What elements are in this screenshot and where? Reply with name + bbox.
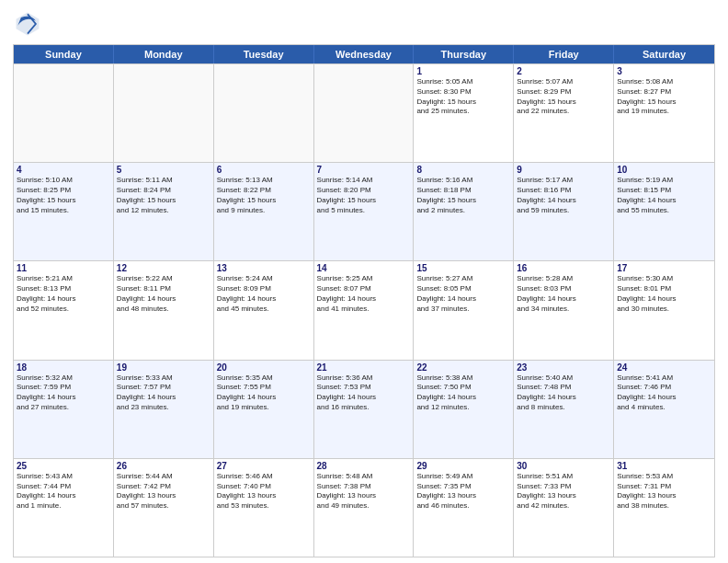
day-info: Sunrise: 5:17 AM Sunset: 8:16 PM Dayligh…	[517, 176, 610, 215]
day-info: Sunrise: 5:30 AM Sunset: 8:01 PM Dayligh…	[617, 274, 711, 314]
day-number: 11	[17, 263, 110, 273]
day-info: Sunrise: 5:36 AM Sunset: 7:53 PM Dayligh…	[317, 373, 411, 413]
day-info: Sunrise: 5:19 AM Sunset: 8:15 PM Dayligh…	[617, 176, 711, 215]
day-number: 24	[617, 362, 711, 373]
empty-cell	[314, 64, 415, 162]
day-number: 28	[317, 461, 411, 471]
day-info: Sunrise: 5:08 AM Sunset: 8:27 PM Dayligh…	[617, 77, 711, 117]
day-number: 19	[117, 362, 210, 373]
day-number: 4	[17, 165, 110, 175]
day-info: Sunrise: 5:38 AM Sunset: 7:50 PM Dayligh…	[416, 373, 510, 413]
day-info: Sunrise: 5:11 AM Sunset: 8:24 PM Dayligh…	[117, 176, 210, 215]
day-cell-24: 24Sunrise: 5:41 AM Sunset: 7:46 PM Dayli…	[614, 361, 714, 458]
day-cell-26: 26Sunrise: 5:44 AM Sunset: 7:42 PM Dayli…	[114, 459, 214, 557]
day-number: 10	[617, 165, 711, 175]
day-cell-1: 1Sunrise: 5:05 AM Sunset: 8:30 PM Daylig…	[414, 64, 514, 162]
day-cell-4: 4Sunrise: 5:10 AM Sunset: 8:25 PM Daylig…	[14, 163, 114, 260]
day-cell-16: 16Sunrise: 5:28 AM Sunset: 8:03 PM Dayli…	[514, 261, 614, 359]
day-info: Sunrise: 5:22 AM Sunset: 8:11 PM Dayligh…	[117, 274, 210, 314]
day-number: 13	[217, 263, 311, 273]
day-number: 15	[416, 263, 510, 273]
day-info: Sunrise: 5:33 AM Sunset: 7:57 PM Dayligh…	[117, 373, 210, 413]
empty-cell	[214, 64, 314, 162]
weekday-header-saturday: Saturday	[614, 45, 714, 63]
weekday-header-thursday: Thursday	[414, 45, 514, 63]
page: SundayMondayTuesdayWednesdayThursdayFrid…	[0, 0, 728, 563]
day-number: 5	[117, 165, 210, 175]
day-cell-12: 12Sunrise: 5:22 AM Sunset: 8:11 PM Dayli…	[114, 261, 214, 359]
day-info: Sunrise: 5:35 AM Sunset: 7:55 PM Dayligh…	[217, 373, 311, 413]
day-cell-7: 7Sunrise: 5:14 AM Sunset: 8:20 PM Daylig…	[314, 163, 415, 260]
day-info: Sunrise: 5:48 AM Sunset: 7:38 PM Dayligh…	[317, 472, 411, 511]
day-cell-3: 3Sunrise: 5:08 AM Sunset: 8:27 PM Daylig…	[614, 64, 714, 162]
day-number: 8	[416, 165, 510, 175]
calendar-row-4: 25Sunrise: 5:43 AM Sunset: 7:44 PM Dayli…	[14, 458, 714, 557]
day-info: Sunrise: 5:51 AM Sunset: 7:33 PM Dayligh…	[517, 472, 610, 511]
day-cell-2: 2Sunrise: 5:07 AM Sunset: 8:29 PM Daylig…	[514, 64, 614, 162]
day-info: Sunrise: 5:46 AM Sunset: 7:40 PM Dayligh…	[217, 472, 311, 511]
day-number: 29	[416, 461, 510, 471]
calendar-body: 1Sunrise: 5:05 AM Sunset: 8:30 PM Daylig…	[14, 63, 714, 557]
day-cell-21: 21Sunrise: 5:36 AM Sunset: 7:53 PM Dayli…	[314, 361, 415, 458]
day-number: 18	[17, 362, 110, 373]
day-cell-9: 9Sunrise: 5:17 AM Sunset: 8:16 PM Daylig…	[514, 163, 614, 260]
weekday-header-sunday: Sunday	[14, 45, 114, 63]
day-number: 7	[317, 165, 411, 175]
day-number: 6	[217, 165, 311, 175]
day-number: 26	[117, 461, 210, 471]
day-info: Sunrise: 5:16 AM Sunset: 8:18 PM Dayligh…	[416, 176, 510, 215]
day-cell-8: 8Sunrise: 5:16 AM Sunset: 8:18 PM Daylig…	[414, 163, 514, 260]
day-number: 1	[416, 66, 510, 76]
day-cell-20: 20Sunrise: 5:35 AM Sunset: 7:55 PM Dayli…	[214, 361, 314, 458]
day-info: Sunrise: 5:05 AM Sunset: 8:30 PM Dayligh…	[416, 77, 510, 117]
day-info: Sunrise: 5:44 AM Sunset: 7:42 PM Dayligh…	[117, 472, 210, 511]
day-number: 16	[517, 263, 610, 273]
calendar: SundayMondayTuesdayWednesdayThursdayFrid…	[13, 44, 715, 557]
day-number: 2	[517, 66, 610, 76]
day-info: Sunrise: 5:21 AM Sunset: 8:13 PM Dayligh…	[17, 274, 110, 314]
day-info: Sunrise: 5:13 AM Sunset: 8:22 PM Dayligh…	[217, 176, 311, 215]
weekday-header-friday: Friday	[514, 45, 614, 63]
day-cell-30: 30Sunrise: 5:51 AM Sunset: 7:33 PM Dayli…	[514, 459, 614, 557]
day-cell-27: 27Sunrise: 5:46 AM Sunset: 7:40 PM Dayli…	[214, 459, 314, 557]
weekday-header-wednesday: Wednesday	[314, 45, 415, 63]
day-cell-25: 25Sunrise: 5:43 AM Sunset: 7:44 PM Dayli…	[14, 459, 114, 557]
day-number: 23	[517, 362, 610, 373]
day-cell-17: 17Sunrise: 5:30 AM Sunset: 8:01 PM Dayli…	[614, 261, 714, 359]
day-info: Sunrise: 5:49 AM Sunset: 7:35 PM Dayligh…	[416, 472, 510, 511]
day-info: Sunrise: 5:07 AM Sunset: 8:29 PM Dayligh…	[517, 77, 610, 117]
day-info: Sunrise: 5:28 AM Sunset: 8:03 PM Dayligh…	[517, 274, 610, 314]
day-info: Sunrise: 5:10 AM Sunset: 8:25 PM Dayligh…	[17, 176, 110, 215]
day-cell-5: 5Sunrise: 5:11 AM Sunset: 8:24 PM Daylig…	[114, 163, 214, 260]
calendar-row-2: 11Sunrise: 5:21 AM Sunset: 8:13 PM Dayli…	[14, 260, 714, 359]
day-number: 31	[617, 461, 711, 471]
day-info: Sunrise: 5:25 AM Sunset: 8:07 PM Dayligh…	[317, 274, 411, 314]
day-cell-6: 6Sunrise: 5:13 AM Sunset: 8:22 PM Daylig…	[214, 163, 314, 260]
weekday-header-monday: Monday	[114, 45, 214, 63]
day-number: 17	[617, 263, 711, 273]
day-info: Sunrise: 5:43 AM Sunset: 7:44 PM Dayligh…	[17, 472, 110, 511]
day-number: 30	[517, 461, 610, 471]
day-number: 14	[317, 263, 411, 273]
day-cell-19: 19Sunrise: 5:33 AM Sunset: 7:57 PM Dayli…	[114, 361, 214, 458]
day-number: 3	[617, 66, 711, 76]
day-cell-23: 23Sunrise: 5:40 AM Sunset: 7:48 PM Dayli…	[514, 361, 614, 458]
day-info: Sunrise: 5:40 AM Sunset: 7:48 PM Dayligh…	[517, 373, 610, 413]
day-cell-18: 18Sunrise: 5:32 AM Sunset: 7:59 PM Dayli…	[14, 361, 114, 458]
day-number: 20	[217, 362, 311, 373]
day-cell-15: 15Sunrise: 5:27 AM Sunset: 8:05 PM Dayli…	[414, 261, 514, 359]
day-cell-31: 31Sunrise: 5:53 AM Sunset: 7:31 PM Dayli…	[614, 459, 714, 557]
day-cell-14: 14Sunrise: 5:25 AM Sunset: 8:07 PM Dayli…	[314, 261, 415, 359]
day-cell-10: 10Sunrise: 5:19 AM Sunset: 8:15 PM Dayli…	[614, 163, 714, 260]
day-info: Sunrise: 5:41 AM Sunset: 7:46 PM Dayligh…	[617, 373, 711, 413]
day-info: Sunrise: 5:32 AM Sunset: 7:59 PM Dayligh…	[17, 373, 110, 413]
calendar-row-0: 1Sunrise: 5:05 AM Sunset: 8:30 PM Daylig…	[14, 63, 714, 162]
day-cell-13: 13Sunrise: 5:24 AM Sunset: 8:09 PM Dayli…	[214, 261, 314, 359]
day-info: Sunrise: 5:14 AM Sunset: 8:20 PM Dayligh…	[317, 176, 411, 215]
calendar-row-1: 4Sunrise: 5:10 AM Sunset: 8:25 PM Daylig…	[14, 162, 714, 260]
calendar-header: SundayMondayTuesdayWednesdayThursdayFrid…	[14, 45, 714, 63]
weekday-header-tuesday: Tuesday	[214, 45, 314, 63]
empty-cell	[14, 64, 114, 162]
day-number: 12	[117, 263, 210, 273]
header	[13, 9, 715, 39]
